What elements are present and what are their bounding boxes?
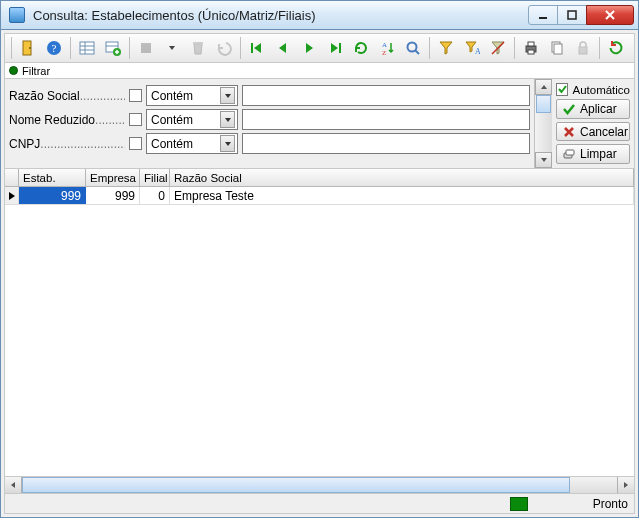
filter-operator-value: Contém [151, 113, 193, 127]
nav-last-icon[interactable] [323, 36, 347, 60]
cell-razao[interactable]: Empresa Teste [170, 187, 634, 204]
filter-enable-checkbox[interactable] [129, 137, 142, 150]
table-row[interactable]: 999 999 0 Empresa Teste [5, 187, 634, 205]
filter-operator-select[interactable]: Contém [146, 133, 238, 154]
scroll-thumb[interactable] [22, 477, 570, 493]
sort-az-icon[interactable]: AZ [375, 36, 399, 60]
scroll-right-button[interactable] [617, 477, 634, 493]
status-indicator-icon [510, 497, 528, 511]
svg-line-20 [416, 51, 420, 55]
nav-next-icon[interactable] [297, 36, 321, 60]
col-header-empresa[interactable]: Empresa [86, 169, 140, 186]
nav-prev-icon[interactable] [271, 36, 295, 60]
copy-icon[interactable] [545, 36, 569, 60]
svg-rect-25 [528, 50, 534, 54]
automatic-label: Automático [572, 84, 630, 96]
svg-rect-14 [193, 42, 203, 44]
svg-text:A: A [382, 41, 387, 49]
cell-estab[interactable]: 999 [19, 187, 86, 204]
window-title: Consulta: Estabelecimentos (Único/Matriz… [33, 8, 521, 23]
scroll-down-button[interactable] [535, 152, 552, 168]
status-dot-icon [9, 66, 18, 75]
svg-rect-27 [554, 44, 562, 54]
grid-add-icon[interactable] [101, 36, 125, 60]
svg-rect-28 [579, 47, 587, 54]
filter-operator-select[interactable]: Contém [146, 109, 238, 130]
filter-row-nome-reduzido: Nome Reduzido Contém [9, 109, 530, 130]
svg-text:?: ? [52, 42, 57, 54]
grid-header: Estab. Empresa Filial Razão Social [5, 169, 634, 187]
help-icon[interactable]: ? [42, 36, 66, 60]
scroll-track[interactable] [22, 477, 617, 493]
filter-label: CNPJ [9, 137, 125, 151]
status-bar: Pronto [4, 494, 635, 514]
lock-icon[interactable] [571, 36, 595, 60]
svg-text:A: A [475, 47, 480, 56]
filter-row-razao-social: Razão Social Contém [9, 85, 530, 106]
col-header-estab[interactable]: Estab. [19, 169, 86, 186]
refresh-alt-icon[interactable] [604, 36, 628, 60]
filter-operator-select[interactable]: Contém [146, 85, 238, 106]
row-indicator-header [5, 169, 19, 186]
cell-filial[interactable]: 0 [140, 187, 170, 204]
funnel-strike-icon[interactable] [486, 36, 510, 60]
filter-enable-checkbox[interactable] [129, 113, 142, 126]
filter-scrollbar[interactable] [534, 79, 552, 168]
filter-enable-checkbox[interactable] [129, 89, 142, 102]
col-header-filial[interactable]: Filial [140, 169, 170, 186]
filter-header: Filtrar [4, 63, 635, 79]
scroll-left-button[interactable] [5, 477, 22, 493]
cancel-label: Cancelar [580, 125, 628, 139]
grid-body[interactable]: 999 999 0 Empresa Teste [5, 187, 634, 476]
clear-button[interactable]: Limpar [556, 144, 630, 164]
svg-rect-24 [528, 42, 534, 46]
trash-icon[interactable] [186, 36, 210, 60]
cell-empresa[interactable]: 999 [86, 187, 140, 204]
chevron-down-icon [220, 87, 235, 104]
filter-value-input[interactable] [242, 133, 530, 154]
funnel-icon[interactable] [434, 36, 458, 60]
grid-view-icon[interactable] [75, 36, 99, 60]
dropdown-arrow-icon[interactable] [160, 36, 184, 60]
scroll-up-button[interactable] [535, 79, 552, 95]
eraser-icon [563, 148, 575, 160]
svg-rect-15 [251, 43, 253, 53]
filter-value-input[interactable] [242, 109, 530, 130]
undo-icon[interactable] [212, 36, 236, 60]
door-exit-icon[interactable] [16, 36, 40, 60]
filter-actions: Automático Aplicar Cancelar Limpar [552, 79, 634, 168]
stop-icon[interactable] [134, 36, 158, 60]
filter-panel: Razão Social Contém Nome Reduzido Contém [4, 79, 635, 169]
automatic-checkbox[interactable]: Automático [556, 83, 630, 96]
print-icon[interactable] [519, 36, 543, 60]
zoom-icon[interactable] [401, 36, 425, 60]
svg-rect-30 [566, 150, 574, 155]
minimize-button[interactable] [528, 5, 558, 25]
col-header-razao[interactable]: Razão Social [170, 169, 634, 186]
svg-rect-6 [80, 42, 94, 54]
check-icon [563, 103, 575, 115]
close-button[interactable] [586, 5, 634, 25]
svg-rect-3 [29, 47, 31, 49]
svg-point-19 [408, 43, 417, 52]
scroll-thumb[interactable] [536, 95, 551, 113]
funnel-a-icon[interactable]: A [460, 36, 484, 60]
title-bar: Consulta: Estabelecimentos (Único/Matriz… [0, 0, 639, 30]
horizontal-scrollbar[interactable] [4, 477, 635, 494]
filter-value-input[interactable] [242, 85, 530, 106]
svg-rect-0 [539, 17, 547, 19]
chevron-down-icon [220, 111, 235, 128]
refresh-icon[interactable] [349, 36, 373, 60]
svg-rect-1 [568, 11, 576, 19]
window-buttons [529, 5, 634, 25]
checkbox-icon [556, 83, 568, 96]
maximize-button[interactable] [557, 5, 587, 25]
svg-rect-13 [141, 43, 151, 53]
filter-row-cnpj: CNPJ Contém [9, 133, 530, 154]
cancel-button[interactable]: Cancelar [556, 122, 630, 142]
x-icon [563, 126, 575, 138]
nav-first-icon[interactable] [245, 36, 269, 60]
apply-button[interactable]: Aplicar [556, 99, 630, 119]
filter-operator-value: Contém [151, 137, 193, 151]
main-toolbar: ? AZ A [4, 33, 635, 63]
